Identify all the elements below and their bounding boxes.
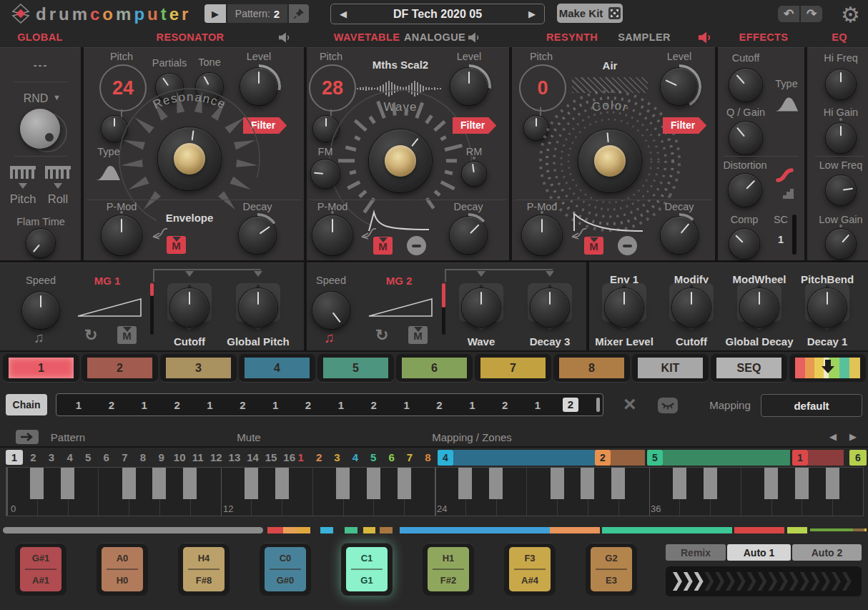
wavetable-pmod-knob[interactable]: [312, 215, 352, 255]
comp-knob[interactable]: [729, 229, 759, 259]
chain-step[interactable]: 1: [399, 399, 415, 411]
chain-scroll-handle[interactable]: [596, 398, 600, 412]
global-preset-value[interactable]: ---: [34, 60, 49, 71]
black-key[interactable]: [826, 468, 839, 499]
zone-chip[interactable]: 2: [595, 450, 611, 466]
chain-step[interactable]: 2: [169, 399, 185, 411]
random-ball-knob[interactable]: [20, 109, 60, 149]
pitch-dropdown-icon[interactable]: [19, 183, 27, 193]
trigger-pad[interactable]: H1F#2: [423, 543, 474, 596]
mute-number[interactable]: 1: [292, 450, 310, 465]
pad-button[interactable]: 7: [475, 354, 551, 382]
chain-step[interactable]: 1: [202, 399, 217, 411]
pad-button[interactable]: 1: [3, 354, 79, 382]
black-key[interactable]: [398, 468, 411, 499]
settings-gear-icon[interactable]: ⚙: [841, 2, 860, 27]
mg2-dest2-knob[interactable]: [531, 288, 569, 327]
resynth-decay-knob[interactable]: [661, 217, 698, 254]
pattern-number[interactable]: 7: [116, 450, 134, 465]
distortion-knob[interactable]: [729, 174, 761, 207]
black-key[interactable]: [551, 468, 564, 499]
mute-number[interactable]: 4: [346, 450, 364, 465]
zone-chip[interactable]: 4: [438, 450, 453, 466]
pad-collapse-button[interactable]: [789, 354, 866, 382]
chain-step[interactable]: 1: [267, 399, 283, 411]
resonator-speaker-icon[interactable]: [279, 32, 291, 43]
black-key[interactable]: [611, 468, 625, 499]
random-label[interactable]: RND: [24, 93, 49, 104]
flam-time-knob[interactable]: [26, 229, 55, 257]
black-key[interactable]: [336, 468, 350, 499]
zone-bar[interactable]: [808, 450, 844, 466]
pattern-number[interactable]: 8: [134, 450, 152, 465]
resonator-mod-env-icon[interactable]: M: [167, 236, 186, 254]
analogue-speaker-icon[interactable]: [468, 32, 480, 43]
rm-knob[interactable]: [462, 162, 486, 186]
keyboard-keys[interactable]: 0 12 24 36: [6, 467, 864, 516]
pattern-number[interactable]: 12: [207, 450, 226, 465]
resynth-level-knob[interactable]: [661, 68, 698, 105]
pattern-number[interactable]: 9: [152, 450, 171, 465]
preset-name[interactable]: DF Tech 2020 05: [355, 8, 520, 21]
mg2-wave-display[interactable]: [366, 293, 438, 319]
color-knob[interactable]: [578, 129, 641, 192]
mute-number[interactable]: 8: [419, 450, 437, 465]
chain-step[interactable]: 2: [431, 399, 447, 411]
roll-dropdown-icon[interactable]: [54, 183, 62, 193]
pad-button[interactable]: KIT: [632, 354, 709, 382]
trigger-pad[interactable]: H4F#8: [178, 543, 230, 596]
preset-prev-button[interactable]: ◀: [331, 9, 355, 19]
modify-amount-knob[interactable]: [672, 288, 711, 327]
zone-bar[interactable]: [663, 450, 790, 466]
black-key[interactable]: [61, 468, 74, 499]
black-key[interactable]: [122, 468, 136, 499]
resynth-mod-env-icon[interactable]: M: [584, 237, 603, 255]
play-button[interactable]: ▶: [204, 4, 226, 23]
mg2-dest1-knob[interactable]: [462, 288, 500, 327]
pattern-number[interactable]: 6: [97, 450, 116, 465]
black-key[interactable]: [489, 468, 503, 499]
pattern-number[interactable]: 5: [79, 450, 97, 465]
env1-amount-knob[interactable]: [605, 288, 643, 327]
tab-resonator[interactable]: RESONATOR: [157, 31, 225, 43]
trigger-pad[interactable]: C0G#0: [260, 543, 311, 596]
black-key[interactable]: [275, 468, 289, 499]
wavetable-filter-tag[interactable]: Filter: [453, 117, 496, 134]
mute-number[interactable]: 3: [328, 450, 346, 465]
resynth-sample-name[interactable]: Air: [603, 60, 618, 71]
resonator-pmod-knob[interactable]: [102, 215, 142, 255]
resonance-knob[interactable]: [158, 127, 221, 190]
resynth-envelope-display[interactable]: [568, 210, 647, 234]
trigger-pad-active[interactable]: C1G1: [341, 543, 393, 596]
pad-button[interactable]: 6: [396, 354, 473, 382]
remix-progress[interactable]: [666, 566, 862, 596]
random-dropdown-icon[interactable]: ▼: [53, 93, 61, 102]
mg1-mod-icon[interactable]: M: [117, 326, 137, 344]
wavetable-decay-knob[interactable]: [450, 217, 487, 254]
auto2-button[interactable]: Auto 2: [792, 544, 862, 561]
chain-step[interactable]: 1: [137, 399, 152, 411]
tab-eq[interactable]: EQ: [832, 31, 847, 43]
pitch-keyboard-icon[interactable]: [10, 166, 36, 179]
low-freq-knob[interactable]: [826, 175, 856, 205]
undo-button[interactable]: ↶: [778, 6, 799, 22]
chain-step[interactable]: 2: [563, 398, 578, 412]
trigger-pad[interactable]: G2E3: [586, 543, 637, 596]
pad-button[interactable]: SEQ: [711, 354, 787, 382]
chain-step[interactable]: 1: [530, 399, 546, 411]
roll-keyboard-icon[interactable]: [45, 166, 71, 179]
pattern-number[interactable]: 2: [24, 450, 43, 465]
zone-overview-strip[interactable]: [3, 526, 867, 533]
mg2-mod-icon[interactable]: M: [408, 326, 428, 344]
distortion-curve-icon[interactable]: [776, 167, 797, 183]
wavetable-mod-env-icon[interactable]: M: [373, 237, 393, 255]
redo-button[interactable]: ↷: [801, 6, 822, 22]
mg1-dest2-knob[interactable]: [239, 288, 277, 327]
zone-chip[interactable]: 5: [647, 450, 663, 466]
mute-number[interactable]: 5: [365, 450, 383, 465]
tab-effects[interactable]: EFFECTS: [739, 31, 789, 43]
pad-button[interactable]: 4: [239, 354, 315, 382]
modwheel-amount-knob[interactable]: [740, 288, 779, 327]
black-key[interactable]: [30, 468, 44, 499]
pattern-display[interactable]: Pattern: 2: [227, 4, 287, 23]
